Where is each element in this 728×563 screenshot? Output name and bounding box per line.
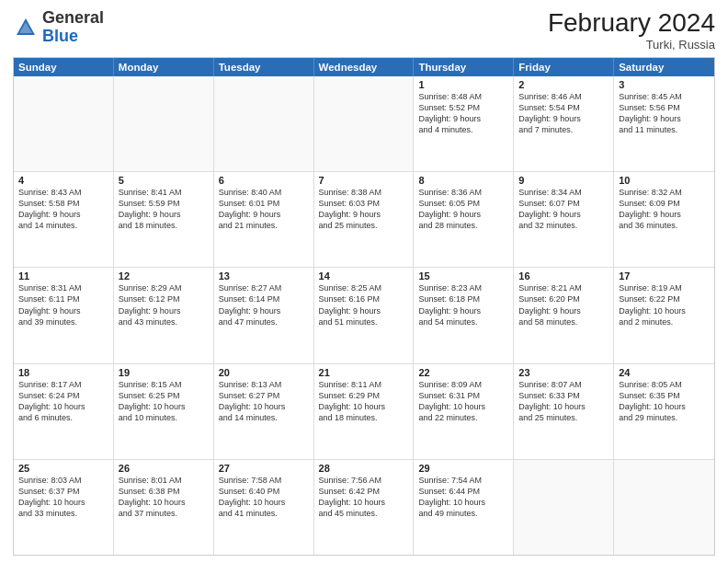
day-number: 3 [619, 79, 710, 90]
cal-cell-r5-c3: 27Sunrise: 7:58 AMSunset: 6:40 PMDayligh… [214, 460, 314, 555]
cal-cell-r3-c1: 11Sunrise: 8:31 AMSunset: 6:11 PMDayligh… [14, 268, 114, 362]
cal-cell-r4-c6: 23Sunrise: 8:07 AMSunset: 6:33 PMDayligh… [514, 364, 614, 459]
header: General Blue February 2024 Turki, Russia [13, 9, 715, 52]
day-number: 20 [219, 367, 309, 378]
cell-info: Sunrise: 8:41 AMSunset: 5:59 PMDaylight:… [119, 187, 209, 232]
cell-info: Sunrise: 8:03 AMSunset: 6:37 PMDaylight:… [18, 475, 108, 520]
cell-info: Sunrise: 8:11 AMSunset: 6:29 PMDaylight:… [319, 379, 409, 424]
day-number: 6 [219, 175, 309, 186]
cal-cell-r2-c4: 7Sunrise: 8:38 AMSunset: 6:03 PMDaylight… [314, 172, 415, 267]
day-number: 7 [319, 175, 409, 186]
cal-cell-r2-c7: 10Sunrise: 8:32 AMSunset: 6:09 PMDayligh… [614, 172, 714, 267]
cal-cell-r5-c1: 25Sunrise: 8:03 AMSunset: 6:37 PMDayligh… [14, 460, 114, 555]
cal-cell-r3-c7: 17Sunrise: 8:19 AMSunset: 6:22 PMDayligh… [614, 268, 714, 362]
day-number: 4 [18, 175, 108, 186]
cell-info: Sunrise: 8:23 AMSunset: 6:18 PMDaylight:… [418, 282, 508, 327]
calendar-body: 1Sunrise: 8:48 AMSunset: 5:52 PMDaylight… [14, 76, 714, 555]
cell-info: Sunrise: 7:54 AMSunset: 6:44 PMDaylight:… [418, 475, 508, 520]
cal-cell-r1-c7: 3Sunrise: 8:45 AMSunset: 5:56 PMDaylight… [614, 76, 714, 171]
cell-info: Sunrise: 8:15 AMSunset: 6:25 PMDaylight:… [119, 379, 209, 424]
cell-info: Sunrise: 8:21 AMSunset: 6:20 PMDaylight:… [518, 282, 609, 327]
day-number: 12 [119, 270, 209, 282]
header-thursday: Thursday [414, 58, 514, 76]
cal-cell-r1-c3 [214, 76, 314, 171]
header-sunday: Sunday [14, 58, 114, 76]
day-number: 16 [518, 270, 609, 282]
logo-general: General [42, 8, 104, 27]
header-tuesday: Tuesday [214, 58, 314, 76]
day-number: 9 [518, 175, 609, 186]
cal-cell-r2-c6: 9Sunrise: 8:34 AMSunset: 6:07 PMDaylight… [514, 172, 614, 267]
day-number: 17 [619, 270, 710, 282]
cell-info: Sunrise: 8:45 AMSunset: 5:56 PMDaylight:… [619, 91, 710, 136]
day-number: 29 [418, 463, 508, 474]
cell-info: Sunrise: 7:58 AMSunset: 6:40 PMDaylight:… [219, 475, 309, 520]
day-number: 18 [18, 367, 108, 378]
cell-info: Sunrise: 8:17 AMSunset: 6:24 PMDaylight:… [18, 379, 108, 424]
day-number: 14 [319, 270, 409, 282]
cal-cell-r1-c6: 2Sunrise: 8:46 AMSunset: 5:54 PMDaylight… [514, 76, 614, 171]
cell-info: Sunrise: 8:07 AMSunset: 6:33 PMDaylight:… [518, 379, 609, 424]
cal-cell-r1-c2 [114, 76, 214, 171]
logo: General Blue [13, 9, 104, 46]
cell-info: Sunrise: 8:43 AMSunset: 5:58 PMDaylight:… [18, 187, 108, 232]
page: General Blue February 2024 Turki, Russia… [0, 0, 728, 563]
cal-cell-r2-c3: 6Sunrise: 8:40 AMSunset: 6:01 PMDaylight… [214, 172, 314, 267]
cal-row-4: 18Sunrise: 8:17 AMSunset: 6:24 PMDayligh… [14, 364, 714, 460]
cal-cell-r4-c7: 24Sunrise: 8:05 AMSunset: 6:35 PMDayligh… [614, 364, 714, 459]
cal-row-1: 1Sunrise: 8:48 AMSunset: 5:52 PMDaylight… [14, 76, 714, 172]
header-monday: Monday [114, 58, 214, 76]
cell-info: Sunrise: 8:05 AMSunset: 6:35 PMDaylight:… [619, 379, 710, 424]
cal-cell-r2-c2: 5Sunrise: 8:41 AMSunset: 5:59 PMDaylight… [114, 172, 214, 267]
cell-info: Sunrise: 7:56 AMSunset: 6:42 PMDaylight:… [319, 475, 409, 520]
logo-icon [13, 15, 39, 40]
header-saturday: Saturday [614, 58, 714, 76]
cell-info: Sunrise: 8:13 AMSunset: 6:27 PMDaylight:… [219, 379, 309, 424]
cell-info: Sunrise: 8:38 AMSunset: 6:03 PMDaylight:… [319, 187, 409, 232]
cal-cell-r2-c5: 8Sunrise: 8:36 AMSunset: 6:05 PMDaylight… [414, 172, 514, 267]
cell-info: Sunrise: 8:31 AMSunset: 6:11 PMDaylight:… [18, 282, 108, 327]
calendar: Sunday Monday Tuesday Wednesday Thursday… [13, 57, 715, 556]
cal-cell-r5-c6 [514, 460, 614, 555]
cell-info: Sunrise: 8:34 AMSunset: 6:07 PMDaylight:… [518, 187, 609, 232]
day-number: 1 [418, 79, 508, 90]
cal-cell-r3-c3: 13Sunrise: 8:27 AMSunset: 6:14 PMDayligh… [214, 268, 314, 362]
day-number: 19 [119, 367, 209, 378]
cal-cell-r3-c2: 12Sunrise: 8:29 AMSunset: 6:12 PMDayligh… [114, 268, 214, 362]
cal-cell-r5-c4: 28Sunrise: 7:56 AMSunset: 6:42 PMDayligh… [314, 460, 415, 555]
day-number: 15 [418, 270, 508, 282]
day-number: 22 [418, 367, 508, 378]
cal-cell-r4-c5: 22Sunrise: 8:09 AMSunset: 6:31 PMDayligh… [414, 364, 514, 459]
day-number: 26 [119, 463, 209, 474]
day-number: 8 [418, 175, 508, 186]
cell-info: Sunrise: 8:32 AMSunset: 6:09 PMDaylight:… [619, 187, 710, 232]
cal-cell-r3-c6: 16Sunrise: 8:21 AMSunset: 6:20 PMDayligh… [514, 268, 614, 362]
day-number: 23 [518, 367, 609, 378]
day-number: 24 [619, 367, 710, 378]
cal-cell-r4-c4: 21Sunrise: 8:11 AMSunset: 6:29 PMDayligh… [314, 364, 415, 459]
day-number: 10 [619, 175, 710, 186]
header-friday: Friday [514, 58, 614, 76]
cell-info: Sunrise: 8:01 AMSunset: 6:38 PMDaylight:… [119, 475, 209, 520]
day-number: 11 [18, 270, 108, 282]
location: Turki, Russia [548, 38, 715, 52]
cal-row-2: 4Sunrise: 8:43 AMSunset: 5:58 PMDaylight… [14, 172, 714, 268]
day-number: 25 [18, 463, 108, 474]
cell-info: Sunrise: 8:36 AMSunset: 6:05 PMDaylight:… [418, 187, 508, 232]
cal-cell-r1-c4 [314, 76, 415, 171]
cal-cell-r5-c7 [614, 460, 714, 555]
cell-info: Sunrise: 8:46 AMSunset: 5:54 PMDaylight:… [518, 91, 609, 136]
cal-cell-r3-c4: 14Sunrise: 8:25 AMSunset: 6:16 PMDayligh… [314, 268, 415, 362]
cell-info: Sunrise: 8:19 AMSunset: 6:22 PMDaylight:… [619, 282, 710, 327]
cal-cell-r5-c5: 29Sunrise: 7:54 AMSunset: 6:44 PMDayligh… [414, 460, 514, 555]
cell-info: Sunrise: 8:48 AMSunset: 5:52 PMDaylight:… [418, 91, 508, 136]
cell-info: Sunrise: 8:27 AMSunset: 6:14 PMDaylight:… [219, 282, 309, 327]
cell-info: Sunrise: 8:25 AMSunset: 6:16 PMDaylight:… [319, 282, 409, 327]
cal-cell-r4-c2: 19Sunrise: 8:15 AMSunset: 6:25 PMDayligh… [114, 364, 214, 459]
cell-info: Sunrise: 8:09 AMSunset: 6:31 PMDaylight:… [418, 379, 508, 424]
day-number: 13 [219, 270, 309, 282]
cell-info: Sunrise: 8:40 AMSunset: 6:01 PMDaylight:… [219, 187, 309, 232]
day-number: 27 [219, 463, 309, 474]
day-number: 2 [518, 79, 609, 90]
cal-cell-r2-c1: 4Sunrise: 8:43 AMSunset: 5:58 PMDaylight… [14, 172, 114, 267]
